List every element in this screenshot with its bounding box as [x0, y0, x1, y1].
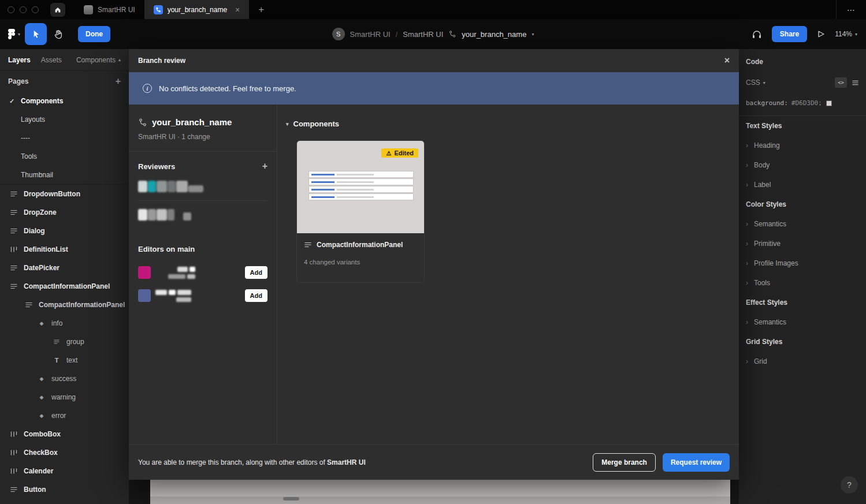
component-set-icon: [24, 301, 34, 308]
panel-dropdown[interactable]: Components ▴: [76, 56, 121, 64]
layer-label: group: [66, 338, 84, 346]
list-view-icon[interactable]: [852, 80, 859, 86]
editor-avatar: [138, 266, 151, 279]
page-item-layouts[interactable]: Layouts: [0, 110, 129, 129]
layer-row[interactable]: Dialog: [0, 222, 129, 240]
section-title-effect-styles: Effect Styles: [739, 293, 866, 312]
components-section-toggle[interactable]: ▾ Components: [286, 120, 739, 128]
layer-row[interactable]: ◆ warning: [0, 388, 129, 406]
zoom-menu-button[interactable]: 114% ▾: [835, 30, 857, 38]
add-editor-button[interactable]: Add: [245, 289, 267, 302]
changed-component-card[interactable]: ⚠ Edited CompactInformationPanel: [296, 140, 425, 283]
card-title: CompactInformationPanel: [317, 241, 403, 249]
chevron-right-icon: ›: [746, 318, 754, 326]
page-item-tools[interactable]: Tools: [0, 147, 129, 166]
hand-tool-button[interactable]: [47, 23, 69, 45]
tab-layers[interactable]: Layers: [8, 56, 31, 64]
window-minimize-button[interactable]: [20, 6, 27, 13]
css-dropdown[interactable]: CSS ▾: [746, 79, 765, 87]
style-item-body[interactable]: › Body: [739, 155, 866, 175]
branch-meta: SmartHR UI · 1 change: [138, 133, 267, 141]
branch-icon: [448, 30, 456, 38]
layer-row[interactable]: ◆ info: [0, 314, 129, 333]
style-item-primitive[interactable]: › Primitive: [739, 234, 866, 253]
move-tool-button[interactable]: [25, 23, 47, 45]
text-layer-icon: T: [52, 357, 61, 364]
layer-row[interactable]: CheckBox: [0, 443, 129, 462]
component-set-icon: [304, 241, 312, 248]
tab-smarthr-ui[interactable]: SmartHR UI: [75, 0, 144, 19]
changes-column: ▾ Components ⚠ Edited: [277, 104, 739, 444]
help-button[interactable]: ?: [841, 476, 858, 494]
variant-diamond-icon: ◆: [37, 394, 46, 400]
style-item-semantics[interactable]: › Semantics: [739, 214, 866, 234]
caret-down-icon: ▾: [286, 121, 289, 127]
breadcrumb-file[interactable]: SmartHR UI: [403, 30, 443, 39]
add-editor-button[interactable]: Add: [245, 266, 267, 279]
present-play-icon[interactable]: [817, 30, 825, 38]
user-avatar[interactable]: S: [332, 28, 345, 40]
done-button[interactable]: Done: [78, 26, 110, 42]
layer-row[interactable]: T text: [0, 351, 129, 369]
tab-close-icon[interactable]: ×: [235, 6, 240, 14]
branch-name: your_branch_name: [152, 117, 232, 127]
style-item-profile-images[interactable]: › Profile Images: [739, 253, 866, 273]
layer-row[interactable]: DatePicker: [0, 259, 129, 277]
horizontal-scrollbar[interactable]: [283, 497, 299, 501]
style-item-effect-semantics[interactable]: › Semantics: [739, 312, 866, 332]
layer-row[interactable]: Button: [0, 480, 129, 499]
component-columns-icon: [9, 468, 18, 475]
page-item-dashes[interactable]: ----: [0, 129, 129, 147]
main-menu-button[interactable]: ▾: [0, 29, 25, 39]
window-zoom-button[interactable]: [32, 6, 39, 13]
redacted-editor-name: [155, 267, 195, 279]
tab-label: your_branch_name: [168, 6, 227, 14]
layer-row[interactable]: Calender: [0, 462, 129, 480]
merge-branch-button[interactable]: Merge branch: [593, 453, 656, 472]
cursor-icon: [32, 30, 40, 39]
request-review-button[interactable]: Request review: [663, 453, 730, 472]
variant-diamond-icon: ◆: [37, 320, 46, 326]
component-columns-icon: [9, 449, 18, 456]
layer-label: warning: [51, 393, 76, 401]
layer-row[interactable]: DropZone: [0, 203, 129, 222]
file-thumbnail-icon: [84, 5, 93, 14]
layer-row[interactable]: ComboBox: [0, 425, 129, 443]
right-panel: Code CSS ▾ <> background: #D6D3D0; Text …: [739, 49, 866, 504]
layer-row[interactable]: CompactInformationPanel: [0, 277, 129, 296]
warning-icon: ⚠: [386, 150, 391, 156]
layer-row[interactable]: CompactInformationPanel: [0, 296, 129, 314]
add-page-button[interactable]: +: [116, 76, 121, 87]
tab-assets[interactable]: Assets: [41, 56, 62, 64]
home-button[interactable]: [50, 3, 65, 17]
breadcrumb-branch[interactable]: your_branch_name: [462, 30, 526, 39]
code-brackets-icon[interactable]: <>: [835, 77, 847, 88]
add-reviewer-button[interactable]: +: [262, 161, 267, 171]
new-tab-button[interactable]: +: [249, 4, 273, 16]
window-close-button[interactable]: [8, 6, 14, 13]
headphones-icon[interactable]: [752, 29, 762, 39]
layer-row[interactable]: DropdownButton: [0, 185, 129, 203]
style-item-grid[interactable]: › Grid: [739, 352, 866, 371]
page-item-components[interactable]: ✓ Components: [0, 92, 129, 110]
component-lines-icon: [9, 283, 18, 290]
share-button[interactable]: Share: [772, 26, 807, 42]
page-label: ----: [21, 134, 30, 142]
tab-your-branch-name[interactable]: your_branch_name ×: [144, 0, 250, 19]
style-item-heading[interactable]: › Heading: [739, 136, 866, 155]
layer-row[interactable]: group: [0, 333, 129, 351]
style-item-tools[interactable]: › Tools: [739, 273, 866, 293]
layer-row[interactable]: DefinitionList: [0, 240, 129, 259]
breadcrumb-team[interactable]: SmartHR UI: [350, 30, 391, 39]
layers-list: DropdownButton DropZone Dialog Definitio…: [0, 184, 129, 499]
chevron-down-icon[interactable]: ▾: [532, 32, 534, 37]
chevron-right-icon: ›: [746, 141, 754, 150]
layer-row[interactable]: ◆ error: [0, 406, 129, 425]
page-item-thumbnail[interactable]: Thumbnail: [0, 166, 129, 184]
layer-row[interactable]: ◆ success: [0, 369, 129, 388]
window-overflow-menu-button[interactable]: ⋯: [836, 0, 866, 19]
close-icon[interactable]: ×: [724, 56, 730, 65]
chevron-right-icon: ›: [746, 357, 754, 365]
style-item-label[interactable]: › Label: [739, 175, 866, 195]
variant-diamond-icon: ◆: [37, 413, 46, 419]
